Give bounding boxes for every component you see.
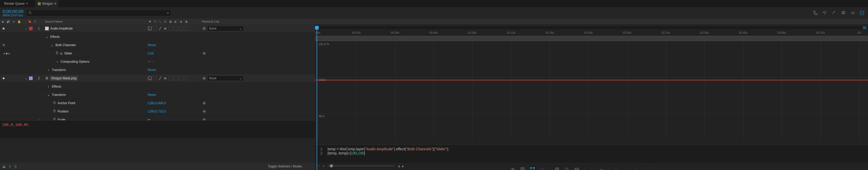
- zoom-knob[interactable]: [330, 164, 333, 167]
- audio-col-icon[interactable]: 🔊: [6, 20, 10, 24]
- chevron-down-icon[interactable]: ▾: [167, 11, 169, 15]
- col-source-name[interactable]: Source Name: [45, 20, 146, 23]
- expression-editor[interactable]: 1 temp = thisComp.layer("Audio Amplitude…: [315, 145, 868, 163]
- adjust-switch[interactable]: [179, 76, 183, 80]
- twirl-icon[interactable]: ⌄: [45, 35, 49, 38]
- motionblur-switch[interactable]: [174, 26, 178, 31]
- twirl-icon[interactable]: ›: [46, 85, 50, 88]
- collapse-switch[interactable]: [153, 26, 157, 31]
- slider-value[interactable]: 0,00: [148, 52, 154, 55]
- quality-switch[interactable]: ╱: [158, 26, 162, 31]
- 3d-switch[interactable]: [184, 76, 188, 80]
- cti-head[interactable]: [315, 26, 319, 30]
- property-compositing[interactable]: ›Compositing Options ＋－: [0, 58, 315, 66]
- search-field[interactable]: [33, 11, 165, 15]
- frameblend-switch[interactable]: [168, 26, 173, 31]
- twirl-icon[interactable]: ›: [46, 68, 50, 72]
- parent-dropdown[interactable]: None ⌄: [207, 26, 244, 31]
- reset-link[interactable]: Reset: [148, 68, 156, 72]
- visibility-toggle[interactable]: ◉: [2, 76, 6, 80]
- visibility-toggle[interactable]: ◉: [2, 26, 6, 31]
- col-number[interactable]: #: [33, 20, 45, 23]
- property-effects[interactable]: ⌄Effects: [0, 33, 315, 41]
- property-transform-l2[interactable]: ⌄Transform Reset: [0, 91, 315, 99]
- comp-flowchart-icon[interactable]: [812, 9, 819, 16]
- lock-col-icon[interactable]: 🔒: [18, 20, 21, 24]
- twirl-icon[interactable]: ⌄: [24, 77, 28, 80]
- twirl-icon[interactable]: ›: [56, 60, 59, 63]
- frame-render-icon[interactable]: ⬓: [3, 165, 5, 168]
- hide-shy-icon[interactable]: [831, 9, 837, 16]
- time-navigator[interactable]: [315, 26, 868, 29]
- stopwatch-icon[interactable]: [53, 109, 56, 113]
- property-slider[interactable]: ◂ ◆ ▸ ⊵ Slider 0,00: [0, 49, 315, 58]
- pickwhip-icon[interactable]: [202, 109, 206, 114]
- twirl-icon[interactable]: ⌄: [24, 27, 28, 30]
- zoom-out-icon[interactable]: ─: [318, 164, 320, 168]
- label-color[interactable]: [29, 77, 33, 80]
- pickwhip-icon[interactable]: [202, 51, 206, 55]
- parent-dropdown[interactable]: None ⌄: [207, 76, 244, 81]
- close-icon[interactable]: ×: [26, 2, 28, 5]
- quality-switch[interactable]: ╱: [158, 76, 162, 80]
- work-area-end-icon[interactable]: [863, 26, 866, 29]
- motion-blur-icon[interactable]: [849, 9, 856, 16]
- scale-value[interactable]: 100,0,100,0%: [0, 120, 315, 138]
- tab-active-comp[interactable]: Shogun ≡: [35, 0, 58, 7]
- reset-link[interactable]: Reset: [148, 43, 156, 47]
- adjust-switch[interactable]: [179, 26, 183, 31]
- render-time-icon[interactable]: ⎘: [9, 165, 11, 168]
- reset-link[interactable]: Reset: [148, 93, 156, 97]
- solo-col-icon[interactable]: ●: [12, 20, 16, 24]
- label-color[interactable]: [29, 27, 33, 30]
- layer-row-1[interactable]: ◉ ⌄ 1 Audio Amplitude ✱ ╱ fx: [0, 24, 315, 33]
- shy-switch[interactable]: ✱: [148, 26, 152, 31]
- frameblend-switch[interactable]: [168, 76, 173, 80]
- pickwhip-icon[interactable]: [202, 76, 206, 80]
- twirl-icon[interactable]: ⌄: [50, 43, 54, 47]
- tab-render-queue[interactable]: Render Queue ×: [2, 0, 33, 7]
- time-ruler[interactable]: :00s00:15s00:30s00:45s01:00s01:15s01:30s…: [315, 24, 868, 36]
- label-col-icon[interactable]: 🔖: [28, 20, 32, 24]
- fx-switch[interactable]: fx: [163, 76, 167, 80]
- fx-badge-icon[interactable]: fx: [3, 43, 5, 47]
- col-parent[interactable]: Parent & Link: [200, 20, 254, 23]
- prev-key-icon[interactable]: ◂: [3, 52, 5, 55]
- collapse-switch[interactable]: [153, 76, 157, 80]
- property-both-channels[interactable]: fx ⌄Both Channels Reset: [0, 41, 315, 49]
- work-area-bar[interactable]: [315, 36, 868, 41]
- layer-name[interactable]: Audio Amplitude: [50, 27, 73, 30]
- layer-row-2[interactable]: ◉ ⌄ 2 🖻 Shogun Mask.png ✱ ╱ fx: [0, 74, 315, 82]
- layer-name[interactable]: Shogun Mask.png: [50, 77, 78, 80]
- add-key-icon[interactable]: ◆: [5, 52, 8, 55]
- pickwhip-icon[interactable]: [202, 26, 206, 31]
- property-transform-l1[interactable]: ›Transform Reset: [0, 66, 315, 74]
- video-col-icon[interactable]: ◉: [1, 20, 5, 24]
- twirl-icon[interactable]: ⌄: [46, 93, 50, 97]
- timecode[interactable]: 0;00;00;00 00000 (29.97 fps): [3, 9, 23, 17]
- motionblur-switch[interactable]: [174, 76, 178, 80]
- stopwatch-icon[interactable]: [56, 51, 59, 55]
- add-comp-option[interactable]: ＋－: [148, 59, 154, 64]
- next-key-icon[interactable]: ▸: [8, 52, 10, 55]
- pickwhip-icon[interactable]: [202, 101, 206, 105]
- brackets-icon[interactable]: {}: [14, 165, 17, 168]
- anchor-value[interactable]: 1280,0,800,0: [148, 101, 166, 105]
- property-anchor-point[interactable]: Anchor Point 1280,0,800,0: [0, 99, 315, 107]
- graph-editor[interactable]: 101,0 % 100,0 99,0: [315, 41, 868, 139]
- graph-toggle-icon[interactable]: ⊵: [60, 52, 63, 55]
- draft3d-icon[interactable]: [822, 9, 828, 16]
- property-position[interactable]: Position 1280,0,720,0: [0, 107, 315, 116]
- stopwatch-icon[interactable]: [53, 101, 56, 105]
- position-value[interactable]: 1280,0,720,0: [148, 110, 166, 113]
- graph-editor-icon[interactable]: [859, 9, 865, 16]
- zoom-in-icon[interactable]: ▲▲: [397, 164, 404, 168]
- toggle-switches-button[interactable]: Toggle Switches / Modes: [268, 165, 302, 168]
- frame-blend-icon[interactable]: [840, 9, 847, 16]
- shy-switch[interactable]: ✱: [148, 76, 152, 80]
- search-input[interactable]: ▾: [26, 9, 171, 16]
- property-scale[interactable]: › Scale ⚯ 100,0,100,0%: [0, 116, 315, 124]
- zoom-slider[interactable]: [327, 165, 395, 167]
- 3d-switch[interactable]: [184, 26, 188, 31]
- hamburger-icon[interactable]: ≡: [54, 2, 56, 5]
